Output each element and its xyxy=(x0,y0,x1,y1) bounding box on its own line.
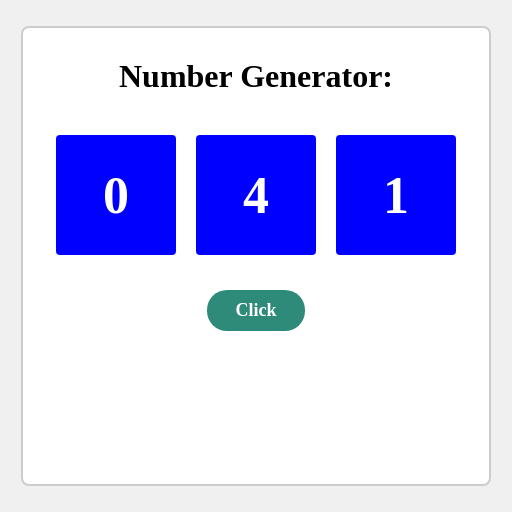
number-value-3: 1 xyxy=(383,166,409,225)
page-title: Number Generator: xyxy=(119,58,393,95)
number-box-3: 1 xyxy=(336,135,456,255)
number-value-1: 0 xyxy=(103,166,129,225)
app-container: Number Generator: 0 4 1 Click xyxy=(21,26,491,486)
number-box-1: 0 xyxy=(56,135,176,255)
number-box-2: 4 xyxy=(196,135,316,255)
number-value-2: 4 xyxy=(243,166,269,225)
numbers-row: 0 4 1 xyxy=(56,135,456,255)
generate-button[interactable]: Click xyxy=(207,290,304,331)
